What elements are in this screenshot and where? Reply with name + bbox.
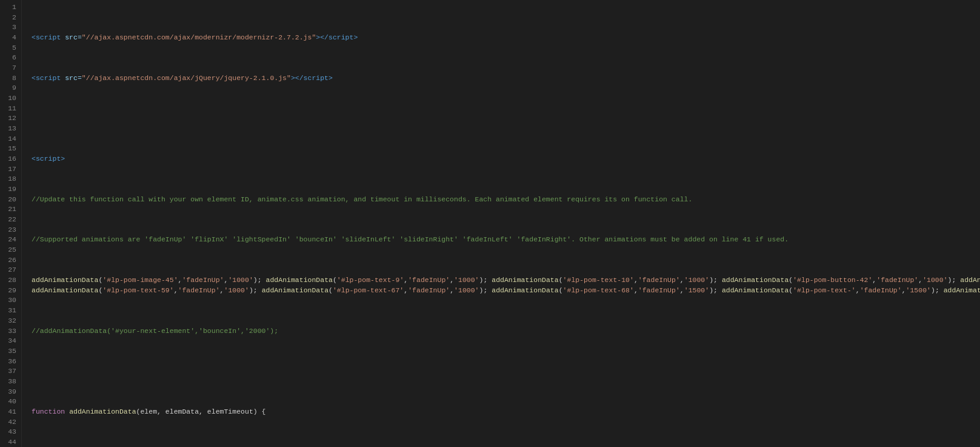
line-numbers: 1 2 3 4 5 6 7 8 9 10 11 12 13 14 15 16 1…	[0, 0, 22, 447]
code-line: function addAnimationData(elem, elemData…	[32, 407, 980, 417]
code-line	[32, 113, 980, 124]
code-line: <script src="//ajax.aspnetcdn.com/ajax/j…	[32, 73, 980, 84]
code-line: addAnimationData('#lp-pom-image-45','fad…	[32, 275, 980, 295]
code-line: //Update this function call with your ow…	[32, 195, 980, 205]
code-body[interactable]: <script src="//ajax.aspnetcdn.com/ajax/m…	[22, 0, 980, 447]
code-line: //addAnimationData('#your-next-element',…	[32, 326, 980, 337]
code-line: <script>	[32, 154, 980, 164]
code-line: <script src="//ajax.aspnetcdn.com/ajax/m…	[32, 33, 980, 43]
code-line: //Supported animations are 'fadeInUp' 'f…	[32, 235, 980, 245]
code-editor: 1 2 3 4 5 6 7 8 9 10 11 12 13 14 15 16 1…	[0, 0, 980, 447]
code-line	[32, 366, 980, 377]
